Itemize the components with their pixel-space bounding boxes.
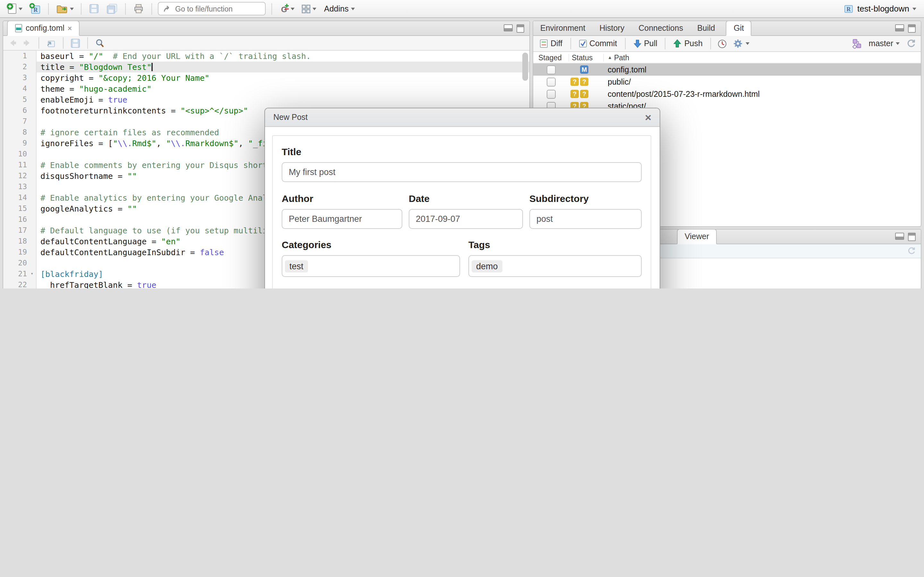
- untracked-badge: ?: [580, 90, 588, 98]
- viewer-refresh-icon[interactable]: [907, 247, 916, 255]
- git-maximize-icon[interactable]: [908, 24, 916, 33]
- git-file-row[interactable]: ??public/: [533, 76, 921, 88]
- categories-field[interactable]: test: [282, 255, 460, 277]
- push-button[interactable]: Push: [672, 39, 704, 48]
- tab-environment[interactable]: Environment: [533, 21, 592, 35]
- code-line[interactable]: baseurl = "/" # End your URL with a `/` …: [40, 51, 529, 61]
- viewer-minimize-icon[interactable]: [895, 233, 904, 240]
- project-chooser[interactable]: R test-blogdown: [843, 3, 919, 14]
- history-clock-icon[interactable]: [717, 39, 727, 48]
- tags-field[interactable]: demo: [468, 255, 642, 277]
- tab-viewer[interactable]: Viewer: [677, 229, 717, 244]
- line-number: 12: [3, 171, 36, 181]
- viewer-maximize-icon[interactable]: [908, 233, 916, 241]
- column-staged[interactable]: Staged: [533, 53, 569, 61]
- push-label: Push: [684, 39, 703, 48]
- subdirectory-label: Subdirectory: [529, 193, 642, 204]
- line-number: 6: [3, 105, 36, 116]
- fold-arrow-icon[interactable]: ▾: [27, 269, 33, 279]
- git-more-button[interactable]: [732, 39, 751, 49]
- tab-connections[interactable]: Connections: [632, 21, 690, 35]
- editor-vscrollbar[interactable]: [522, 53, 528, 81]
- line-number: 10: [3, 149, 36, 160]
- new-file-button[interactable]: [5, 2, 24, 16]
- git-minimize-icon[interactable]: [895, 24, 904, 31]
- git-file-row[interactable]: Mconfig.toml: [533, 63, 921, 76]
- column-path[interactable]: ▲Path: [604, 53, 629, 61]
- save-all-icon: [106, 3, 118, 14]
- line-number: 13: [3, 181, 36, 192]
- tag-chip[interactable]: demo: [472, 260, 502, 272]
- line-number: 4: [3, 83, 36, 94]
- author-field[interactable]: [282, 209, 402, 229]
- editor-save-icon[interactable]: [71, 38, 80, 48]
- git-file-row[interactable]: ??content/post/2015-07-23-r-rmarkdown.ht…: [533, 88, 921, 100]
- find-icon[interactable]: [95, 38, 105, 48]
- editor-minimize-icon[interactable]: [504, 24, 513, 31]
- open-file-button[interactable]: [55, 2, 75, 16]
- addins-menu[interactable]: Addins: [321, 4, 357, 13]
- staged-checkbox[interactable]: [547, 65, 556, 74]
- title-field[interactable]: [282, 162, 642, 182]
- line-number: 14: [3, 192, 36, 203]
- gear-icon: [733, 39, 743, 49]
- commit-check-icon: [578, 39, 587, 48]
- panes-button[interactable]: [300, 2, 318, 16]
- branch-graph-icon[interactable]: [852, 39, 862, 49]
- code-line[interactable]: theme = "hugo-academic": [40, 83, 529, 94]
- untracked-badge: ?: [570, 90, 579, 98]
- vcs-icon: G: [279, 3, 289, 15]
- branch-selector[interactable]: master: [867, 39, 901, 48]
- git-file-list: Mconfig.toml??public/??content/post/2015…: [533, 63, 921, 112]
- tab-history[interactable]: History: [592, 21, 632, 35]
- editor-tab-close-icon[interactable]: ×: [68, 24, 72, 32]
- print-button[interactable]: [132, 2, 145, 16]
- line-number: 1: [3, 51, 36, 61]
- tags-label: Tags: [468, 239, 642, 250]
- categories-label: Categories: [282, 239, 460, 250]
- date-field[interactable]: [409, 209, 523, 229]
- new-file-icon: [6, 3, 17, 15]
- tab-config-toml[interactable]: config.toml ×: [7, 21, 79, 36]
- tab-build[interactable]: Build: [690, 21, 722, 35]
- tab-git[interactable]: Git: [726, 21, 752, 36]
- code-line[interactable]: copyright = "&copy; 2016 Your Name": [40, 73, 529, 83]
- code-line[interactable]: enableEmoji = true: [40, 94, 529, 105]
- new-project-button[interactable]: R: [27, 2, 42, 16]
- category-chip[interactable]: test: [285, 260, 308, 272]
- editor-gutter: 123456789101112131415161718192021▾222324…: [3, 51, 37, 288]
- dialog-titlebar[interactable]: New Post ×: [265, 108, 660, 127]
- line-number: 9: [3, 138, 36, 149]
- staged-checkbox[interactable]: [547, 89, 556, 98]
- dialog-form: Title Author Date Subdirectory Categ: [272, 135, 651, 288]
- editor-maximize-icon[interactable]: [517, 24, 524, 33]
- save-button[interactable]: [87, 2, 101, 16]
- line-number: 11: [3, 160, 36, 171]
- forward-icon[interactable]: [23, 39, 31, 47]
- branch-caret: [896, 42, 900, 45]
- goto-file-search[interactable]: [158, 2, 266, 15]
- save-all-button[interactable]: [105, 2, 120, 16]
- back-icon[interactable]: [8, 39, 17, 47]
- column-status[interactable]: Status: [569, 53, 604, 61]
- dialog-close-icon[interactable]: ×: [645, 112, 651, 123]
- popout-icon[interactable]: [46, 39, 56, 47]
- vcs-button[interactable]: G: [278, 2, 296, 16]
- save-icon: [89, 3, 99, 14]
- pull-button[interactable]: Pull: [632, 39, 659, 48]
- line-number: 3: [3, 73, 36, 83]
- code-line[interactable]: title = "Blogdown Test": [37, 61, 529, 73]
- diff-button[interactable]: Diff: [538, 39, 564, 48]
- editor-caret: [152, 63, 152, 71]
- commit-button[interactable]: Commit: [577, 39, 618, 48]
- toml-file-icon: [15, 24, 23, 33]
- main-toolbar: R: [0, 0, 924, 18]
- status-badges: M: [569, 65, 604, 74]
- goto-file-input[interactable]: [174, 4, 247, 13]
- branch-name: master: [869, 39, 893, 48]
- git-refresh-icon[interactable]: [907, 39, 916, 48]
- staged-checkbox[interactable]: [547, 77, 556, 86]
- sort-arrow-icon: ▲: [607, 55, 612, 60]
- editor-tabbar: config.toml ×: [3, 21, 529, 36]
- subdirectory-field[interactable]: [529, 209, 642, 229]
